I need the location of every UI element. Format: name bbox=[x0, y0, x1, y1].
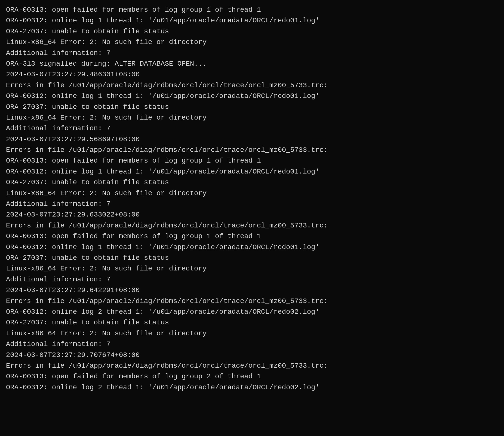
terminal-output: ORA-00313: open failed for members of lo… bbox=[6, 4, 498, 393]
